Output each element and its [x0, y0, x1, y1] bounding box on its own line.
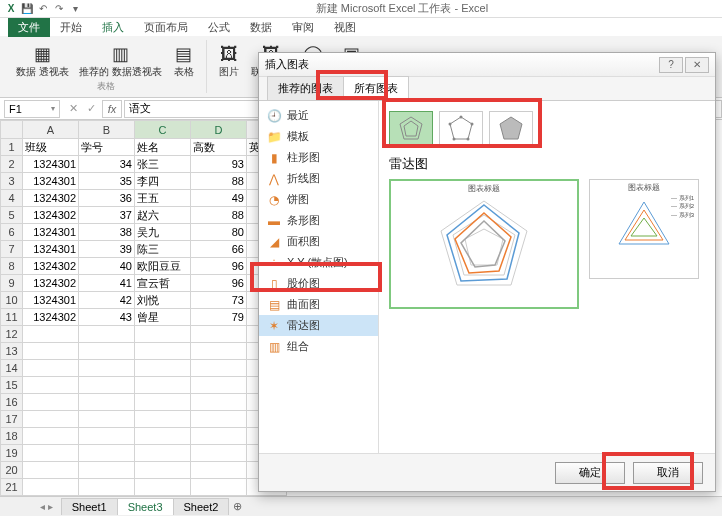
cancel-button[interactable]: 取消: [633, 462, 703, 484]
cell[interactable]: [191, 428, 247, 445]
cell[interactable]: [23, 360, 79, 377]
cell[interactable]: [135, 411, 191, 428]
tab-data[interactable]: 数据: [240, 18, 282, 37]
recommend-pivot-button[interactable]: ▥推荐的 数据透视表: [75, 40, 166, 79]
cell[interactable]: 李四: [135, 173, 191, 190]
row-8[interactable]: 8: [1, 258, 23, 275]
cell[interactable]: [79, 411, 135, 428]
cell[interactable]: 曾星: [135, 309, 191, 326]
cell[interactable]: 40: [79, 258, 135, 275]
cell[interactable]: 1324302: [23, 207, 79, 224]
radar-subtype-3[interactable]: [489, 111, 533, 147]
pivot-button[interactable]: ▦数据 透视表: [12, 40, 73, 79]
cell[interactable]: 1324302: [23, 309, 79, 326]
row-16[interactable]: 16: [1, 394, 23, 411]
cell[interactable]: [79, 445, 135, 462]
col-B[interactable]: B: [79, 121, 135, 139]
cell[interactable]: 姓名: [135, 139, 191, 156]
cell[interactable]: [23, 394, 79, 411]
row-11[interactable]: 11: [1, 309, 23, 326]
row-9[interactable]: 9: [1, 275, 23, 292]
cell[interactable]: 88: [191, 173, 247, 190]
tab-file[interactable]: 文件: [8, 18, 50, 37]
cell[interactable]: 37: [79, 207, 135, 224]
cell[interactable]: [135, 445, 191, 462]
cell[interactable]: [191, 394, 247, 411]
cell[interactable]: 吴九: [135, 224, 191, 241]
row-10[interactable]: 10: [1, 292, 23, 309]
tab-view[interactable]: 视图: [324, 18, 366, 37]
cell[interactable]: 38: [79, 224, 135, 241]
cell[interactable]: 1324301: [23, 156, 79, 173]
cell[interactable]: [79, 462, 135, 479]
cell[interactable]: [23, 479, 79, 496]
cell[interactable]: [191, 326, 247, 343]
save-icon[interactable]: 💾: [20, 2, 34, 16]
dialog-close-button[interactable]: ✕: [685, 57, 709, 73]
cell[interactable]: 73: [191, 292, 247, 309]
dialog-help-button[interactable]: ?: [659, 57, 683, 73]
type-bar[interactable]: ▬条形图: [259, 210, 378, 231]
sheet-tab-2[interactable]: Sheet2: [173, 498, 230, 515]
cell[interactable]: 1324302: [23, 275, 79, 292]
type-area[interactable]: ◢面积图: [259, 231, 378, 252]
cell[interactable]: 34: [79, 156, 135, 173]
cell[interactable]: [191, 445, 247, 462]
namebox-dropdown-icon[interactable]: ▾: [51, 104, 55, 113]
cell[interactable]: [79, 428, 135, 445]
row-5[interactable]: 5: [1, 207, 23, 224]
cell[interactable]: 80: [191, 224, 247, 241]
dialog-tab-recommended[interactable]: 推荐的图表: [267, 76, 344, 100]
table-button[interactable]: ▤表格: [168, 40, 200, 79]
row-19[interactable]: 19: [1, 445, 23, 462]
type-radar[interactable]: ✶雷达图: [259, 315, 378, 336]
cell[interactable]: [135, 377, 191, 394]
cell[interactable]: [135, 360, 191, 377]
col-D[interactable]: D: [191, 121, 247, 139]
cell[interactable]: [23, 428, 79, 445]
cell[interactable]: 35: [79, 173, 135, 190]
cancel-entry-icon[interactable]: ✕: [64, 100, 82, 118]
sheet-tab-1[interactable]: Sheet1: [61, 498, 118, 515]
tab-home[interactable]: 开始: [50, 18, 92, 37]
cell[interactable]: [79, 343, 135, 360]
ok-button[interactable]: 确定: [555, 462, 625, 484]
cell[interactable]: 42: [79, 292, 135, 309]
radar-subtype-2[interactable]: [439, 111, 483, 147]
cell[interactable]: [135, 343, 191, 360]
qat-more-icon[interactable]: ▾: [68, 2, 82, 16]
cell[interactable]: 79: [191, 309, 247, 326]
type-template[interactable]: 📁模板: [259, 126, 378, 147]
row-20[interactable]: 20: [1, 462, 23, 479]
cell[interactable]: [79, 394, 135, 411]
cell[interactable]: [79, 377, 135, 394]
cell[interactable]: 班级: [23, 139, 79, 156]
cell[interactable]: 36: [79, 190, 135, 207]
cell[interactable]: 1324301: [23, 241, 79, 258]
sheet-tab-3[interactable]: Sheet3: [117, 498, 174, 515]
cell[interactable]: 96: [191, 275, 247, 292]
row-4[interactable]: 4: [1, 190, 23, 207]
row-17[interactable]: 17: [1, 411, 23, 428]
cell[interactable]: 1324301: [23, 173, 79, 190]
cell[interactable]: [191, 360, 247, 377]
row-1[interactable]: 1: [1, 139, 23, 156]
row-14[interactable]: 14: [1, 360, 23, 377]
cell[interactable]: [79, 360, 135, 377]
cell[interactable]: [23, 445, 79, 462]
type-stock[interactable]: ▯股价图: [259, 273, 378, 294]
cell[interactable]: [135, 428, 191, 445]
type-combo[interactable]: ▥组合: [259, 336, 378, 357]
col-A[interactable]: A: [23, 121, 79, 139]
cell[interactable]: [23, 411, 79, 428]
row-12[interactable]: 12: [1, 326, 23, 343]
row-15[interactable]: 15: [1, 377, 23, 394]
tab-insert[interactable]: 插入: [92, 18, 134, 37]
type-recent[interactable]: 🕘最近: [259, 105, 378, 126]
type-xy[interactable]: ⁘X Y (散点图): [259, 252, 378, 273]
cell[interactable]: 欧阳豆豆: [135, 258, 191, 275]
cell[interactable]: [79, 326, 135, 343]
tab-review[interactable]: 审阅: [282, 18, 324, 37]
cell[interactable]: [135, 394, 191, 411]
chart-preview-small[interactable]: 图表标题 — 系列1— 系列2— 系列3: [589, 179, 699, 279]
